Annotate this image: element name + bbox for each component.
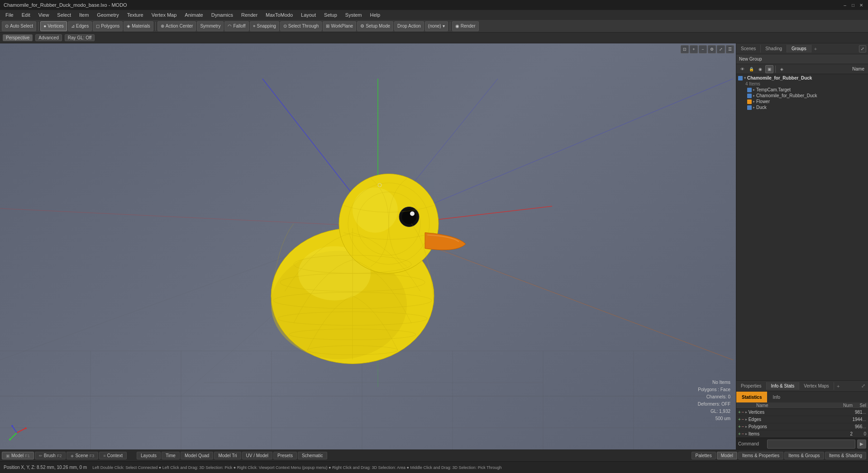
snapping-btn[interactable]: ⌖ Snapping — [250, 21, 279, 31]
menu-item-animate[interactable]: Animate — [181, 11, 206, 19]
command-input[interactable] — [767, 440, 855, 449]
info-stats-tab[interactable]: Info & Stats — [767, 382, 800, 390]
items-groups-tab[interactable]: Items & Groups — [784, 452, 824, 459]
render-btn[interactable]: ◉ Render — [452, 21, 479, 31]
vertices-btn[interactable]: ● Vertices — [40, 21, 67, 31]
tree-item-chamomile-group[interactable]: ▾ Chamomile_for_Rubber_Duck — [736, 75, 868, 81]
polygons-dots[interactable]: ... — [863, 424, 866, 429]
edges-btn[interactable]: ⊿ Edges — [68, 21, 92, 31]
presets-tab[interactable]: Presets — [273, 452, 297, 459]
stats-row-vertices[interactable]: + − ▸ Vertices 981 ... — [736, 409, 868, 416]
select-through-btn[interactable]: ⊙ Select Through — [280, 21, 322, 31]
scenes-tab[interactable]: Scenes — [736, 45, 761, 52]
vp-expand-btn[interactable]: ⤢ — [717, 45, 725, 53]
gt-scene-icon[interactable]: ◈ — [777, 65, 786, 73]
minimize-button[interactable]: – — [842, 2, 848, 8]
vp-fit-btn[interactable]: ⊡ — [681, 45, 689, 53]
stats-plus-edges[interactable]: + — [738, 417, 741, 422]
menu-item-item[interactable]: Item — [76, 11, 92, 19]
menu-item-maxtomodo[interactable]: MaxToModo — [262, 11, 296, 19]
menu-item-setup[interactable]: Setup — [320, 11, 341, 19]
add-props-tab-btn[interactable]: + — [834, 382, 842, 390]
none-dropdown-btn[interactable]: (none) ▾ — [425, 21, 448, 31]
menu-item-select[interactable]: Select — [53, 11, 75, 19]
tree-item-duck[interactable]: ▸ Duck — [736, 104, 868, 110]
right-panel-expand-btn[interactable]: ⤢ — [859, 45, 866, 52]
items-shading-tab[interactable]: Items & Shading — [825, 452, 866, 459]
menu-item-render[interactable]: Render — [238, 11, 261, 19]
scene-tab[interactable]: ◈ Scene F3 — [67, 452, 98, 459]
menu-item-system[interactable]: System — [342, 11, 366, 19]
symmetry-btn[interactable]: Symmetry — [197, 21, 224, 31]
scene-tree[interactable]: ▾ Chamomile_for_Rubber_Duck 4 Items ▸ Te… — [736, 74, 868, 380]
shading-tab[interactable]: Shading — [761, 45, 787, 52]
statistics-tab[interactable]: Statistics — [736, 392, 767, 402]
menu-item-view[interactable]: View — [35, 11, 53, 19]
menu-item-file[interactable]: File — [2, 11, 17, 19]
ray-gl-btn[interactable]: Ray GL: Off — [65, 34, 95, 41]
tree-item-tempcam[interactable]: ▸ TempCam.Target — [736, 87, 868, 93]
vp-zoom-out-btn[interactable]: − — [699, 45, 707, 53]
command-go-btn[interactable]: ▶ — [857, 440, 866, 449]
action-center-btn[interactable]: ⊕ Action Center — [157, 21, 196, 31]
stats-minus-polygons[interactable]: − — [742, 424, 744, 429]
viewport-3d[interactable]: ⊡ + − ⚙ ⤢ ☰ No Items Polygons : Face Cha… — [0, 43, 736, 449]
gt-eye-icon[interactable]: 👁 — [738, 65, 746, 73]
close-button[interactable]: ✕ — [858, 2, 864, 8]
stats-row-polygons[interactable]: + − ▸ Polygons 966 ... — [736, 423, 868, 430]
model-tri-tab[interactable]: Model Tri — [214, 452, 241, 459]
menu-item-edit[interactable]: Edit — [18, 11, 34, 19]
props-expand-btn[interactable]: ⤢ — [858, 382, 868, 390]
menu-item-texture[interactable]: Texture — [124, 11, 147, 19]
model-quad-tab[interactable]: Model Quad — [181, 452, 213, 459]
gt-render-icon[interactable]: ◉ — [756, 65, 764, 73]
stats-row-edges[interactable]: + − ▸ Edges 1944 ... — [736, 416, 868, 423]
maximize-button[interactable]: □ — [850, 2, 856, 8]
stats-plus-items[interactable]: + — [738, 431, 741, 436]
info-tab[interactable]: Info — [767, 392, 786, 402]
edges-dots[interactable]: ... — [863, 417, 866, 422]
model-tab[interactable]: ▣ Model F1 — [2, 452, 34, 459]
workplane-btn[interactable]: ⊞ WorkPlane — [323, 21, 356, 31]
vertices-dots[interactable]: ... — [863, 410, 866, 415]
groups-tab[interactable]: Groups — [787, 45, 811, 52]
schematic-tab[interactable]: Schematic — [298, 452, 327, 459]
palettes-tab[interactable]: Palettes — [692, 452, 716, 459]
menu-item-help[interactable]: Help — [366, 11, 384, 19]
tree-item-flower[interactable]: ▸ Flower — [736, 99, 868, 104]
stats-minus-edges[interactable]: − — [742, 417, 744, 422]
tree-item-chamomile-mesh[interactable]: ▸ Chamomile_for_Rubber_Duck — [736, 93, 868, 99]
vp-menu-btn[interactable]: ☰ — [726, 45, 734, 53]
setup-mode-btn[interactable]: ⚙ Setup Mode — [357, 21, 393, 31]
stats-plus-vertices[interactable]: + — [738, 410, 741, 415]
stats-plus-polygons[interactable]: + — [738, 424, 741, 429]
drop-action-btn[interactable]: Drop Action — [394, 21, 424, 31]
model-right-tab[interactable]: Model — [717, 452, 737, 459]
stats-row-items[interactable]: + − ▸ Items 2 0 — [736, 430, 868, 438]
stats-minus-vertices[interactable]: − — [742, 410, 744, 415]
context-tab[interactable]: ≡ Context — [99, 452, 127, 459]
items-properties-tab[interactable]: Items & Properties — [738, 452, 783, 459]
vp-zoom-in-btn[interactable]: + — [690, 45, 698, 53]
uv-model-tab[interactable]: UV / Model — [242, 452, 272, 459]
perspective-btn[interactable]: Perspective — [3, 34, 33, 41]
gt-group-icon[interactable]: ▣ — [765, 65, 773, 73]
properties-tab[interactable]: Properties — [736, 382, 767, 390]
time-tab[interactable]: Time — [162, 452, 180, 459]
polygons-btn[interactable]: ◻ Polygons — [93, 21, 123, 31]
materials-btn[interactable]: ◈ Materials — [124, 21, 153, 31]
auto-select-btn[interactable]: ⊙ Auto Select — [2, 21, 36, 31]
gt-lock-icon[interactable]: 🔒 — [747, 65, 755, 73]
vp-settings-btn[interactable]: ⚙ — [708, 45, 716, 53]
menu-item-dynamics[interactable]: Dynamics — [208, 11, 237, 19]
stats-minus-items[interactable]: − — [742, 431, 744, 436]
falloff-btn[interactable]: ◠ Falloff — [224, 21, 248, 31]
vertex-maps-tab[interactable]: Vertex Maps — [799, 382, 834, 390]
add-tab-btn[interactable]: + — [811, 45, 820, 53]
brush-tab[interactable]: ✏ Brush F2 — [35, 452, 66, 459]
advanced-btn[interactable]: Advanced — [35, 34, 62, 41]
menu-item-vertex map[interactable]: Vertex Map — [148, 11, 181, 19]
layouts-tab[interactable]: Layouts — [137, 452, 161, 459]
menu-item-geometry[interactable]: Geometry — [93, 11, 122, 19]
menu-item-layout[interactable]: Layout — [297, 11, 320, 19]
